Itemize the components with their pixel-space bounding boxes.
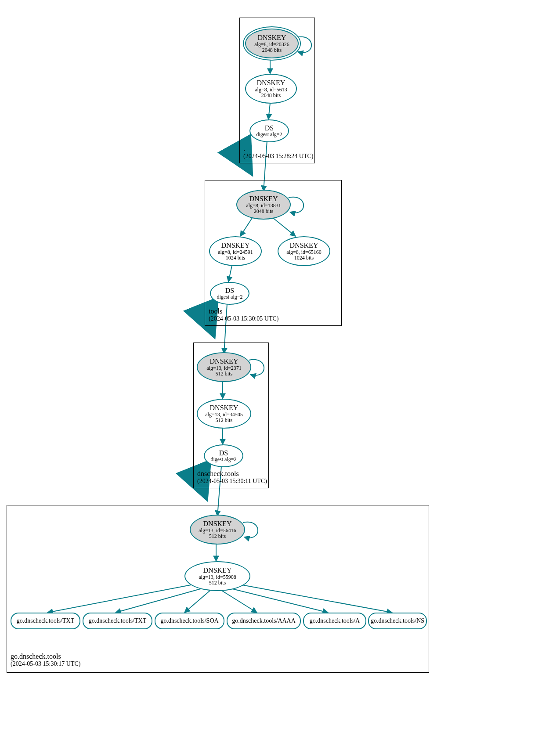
zone-tools-name: tools — [209, 307, 278, 315]
zone-dnscheck-name: dnscheck.tools — [197, 469, 267, 478]
rr-a: go.dnscheck.tools/A — [303, 613, 366, 629]
node-dnscheck-ksk: DNSKEY alg=13, id=2371 512 bits — [197, 352, 251, 382]
rr-aaaa: go.dnscheck.tools/AAAA — [227, 613, 301, 629]
node-dnscheck-ds: DS digest alg=2 — [204, 444, 243, 467]
node-tools-ds: DS digest alg=2 — [210, 282, 249, 305]
zone-root-name: . — [243, 144, 313, 153]
rr-txt-1: go.dnscheck.tools/TXT — [11, 613, 80, 629]
node-root-ksk: DNSKEY alg=8, id=20326 2048 bits — [245, 29, 299, 58]
node-dnscheck-zsk: DNSKEY alg=13, id=34505 512 bits — [197, 399, 251, 429]
rr-ns: go.dnscheck.tools/NS — [368, 613, 427, 629]
node-go-ksk: DNSKEY alg=13, id=56416 512 bits — [190, 515, 245, 545]
rr-txt-2: go.dnscheck.tools/TXT — [83, 613, 152, 629]
zone-dnscheck-timestamp: (2024-05-03 15:30:11 UTC) — [197, 478, 267, 485]
node-tools-ksk: DNSKEY alg=8, id=13831 2048 bits — [236, 190, 291, 220]
rr-soa: go.dnscheck.tools/SOA — [155, 613, 224, 629]
zone-tools-timestamp: (2024-05-03 15:30:05 UTC) — [209, 315, 278, 323]
zone-root-timestamp: (2024-05-03 15:28:24 UTC) — [243, 153, 313, 160]
node-tools-zsk2: DNSKEY alg=8, id=65160 1024 bits — [278, 236, 330, 266]
node-go-zsk: DNSKEY alg=13, id=55908 512 bits — [184, 561, 250, 591]
node-tools-zsk1: DNSKEY alg=8, id=24591 1024 bits — [209, 236, 262, 266]
node-root-zsk: DNSKEY alg=8, id=5613 2048 bits — [245, 74, 297, 104]
node-root-ds: DS digest alg=2 — [249, 119, 289, 142]
zone-go-timestamp: (2024-05-03 15:30:17 UTC) — [11, 660, 80, 668]
zone-go-name: go.dnscheck.tools — [11, 652, 80, 660]
